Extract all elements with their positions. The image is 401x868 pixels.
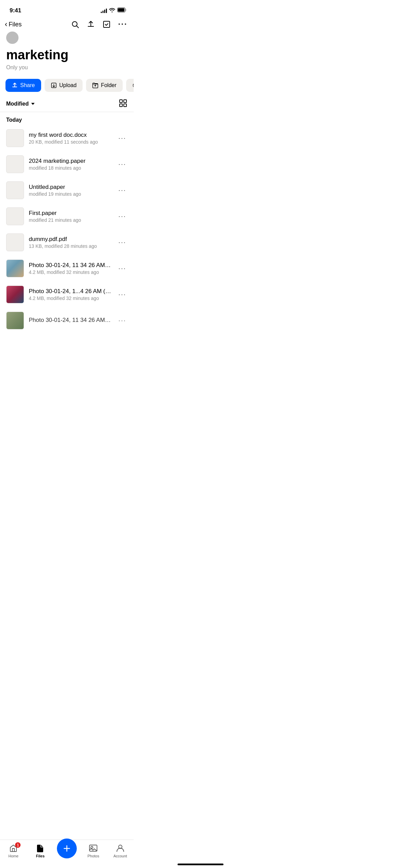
select-button[interactable] <box>102 20 111 28</box>
file-thumbnail <box>6 286 24 303</box>
file-info: 2024 marketing.paper modified 18 minutes… <box>29 158 112 171</box>
file-meta: 13 KB, modified 28 minutes ago <box>29 243 112 249</box>
list-item[interactable]: Photo 30-01-24, 1...4 26 AM (1) (1).png … <box>0 281 134 308</box>
nav-header: ‹ Files ··· <box>0 16 134 30</box>
file-info: Untitled.paper modified 19 minutes ago <box>29 184 112 197</box>
nav-actions: ··· <box>71 20 127 29</box>
upload-action-label: Upload <box>59 82 77 88</box>
folder-label: Folder <box>101 82 116 88</box>
file-more-button[interactable]: ··· <box>117 209 127 223</box>
file-info: First.paper modified 21 minutes ago <box>29 210 112 223</box>
grid-view-button[interactable] <box>119 99 127 109</box>
file-thumbnail <box>6 181 24 199</box>
file-meta: modified 18 minutes ago <box>29 165 112 171</box>
file-thumbnail <box>6 129 24 147</box>
svg-rect-4 <box>104 21 110 27</box>
file-name: my first word doc.docx <box>29 132 112 138</box>
share-label: Share <box>20 82 35 88</box>
file-thumbnail <box>6 207 24 225</box>
folder-subtitle: Only you <box>6 64 127 71</box>
file-meta: 4.2 MB, modified 32 minutes ago <box>29 269 112 275</box>
file-more-button[interactable]: ··· <box>117 183 127 197</box>
back-chevron: ‹ <box>5 21 7 28</box>
file-name: First.paper <box>29 210 112 217</box>
folder-title: marketing <box>6 48 127 62</box>
list-item[interactable]: First.paper modified 21 minutes ago ··· <box>0 203 134 229</box>
list-item[interactable]: my first word doc.docx 20 KB, modified 1… <box>0 125 134 151</box>
list-item[interactable]: Photo 30-01-24, 11 34 26 AM (1).png ··· <box>0 308 134 334</box>
file-info: dummy.pdf.pdf 13 KB, modified 28 minutes… <box>29 236 112 249</box>
list-item[interactable]: dummy.pdf.pdf 13 KB, modified 28 minutes… <box>0 229 134 255</box>
svg-rect-10 <box>124 104 126 107</box>
folder-title-section: marketing Only you <box>0 44 134 72</box>
file-more-button[interactable]: ··· <box>117 157 127 171</box>
svg-rect-8 <box>124 100 126 103</box>
file-more-button[interactable]: ··· <box>117 288 127 301</box>
battery-icon <box>117 8 127 14</box>
sort-label-text: Modified <box>6 101 29 107</box>
status-bar: 9:41 <box>0 0 134 16</box>
avatar <box>6 32 19 44</box>
file-more-button[interactable]: ··· <box>117 314 127 327</box>
file-info: my first word doc.docx 20 KB, modified 1… <box>29 132 112 145</box>
file-name: dummy.pdf.pdf <box>29 236 112 243</box>
action-buttons: Share Upload Folder Offlin... <box>0 72 134 96</box>
wifi-icon <box>109 8 115 14</box>
file-more-button[interactable]: ··· <box>117 236 127 249</box>
file-meta: 4.2 MB, modified 32 minutes ago <box>29 296 112 301</box>
file-name: 2024 marketing.paper <box>29 158 112 165</box>
list-item[interactable]: Untitled.paper modified 19 minutes ago ·… <box>0 177 134 203</box>
more-button[interactable]: ··· <box>118 20 127 29</box>
status-icons <box>101 8 127 14</box>
file-thumbnail <box>6 155 24 173</box>
file-name: Photo 30-01-24, 11 34 26 AM (2).png <box>29 262 112 269</box>
section-header-today: Today <box>0 112 134 125</box>
file-info: Photo 30-01-24, 1...4 26 AM (1) (1).png … <box>29 288 112 301</box>
file-info: Photo 30-01-24, 11 34 26 AM (2).png 4.2 … <box>29 262 112 275</box>
status-time: 9:41 <box>10 7 21 14</box>
file-more-button[interactable]: ··· <box>117 131 127 145</box>
file-thumbnail <box>6 312 24 329</box>
svg-rect-1 <box>118 8 124 12</box>
file-name: Photo 30-01-24, 1...4 26 AM (1) (1).png <box>29 288 112 295</box>
svg-rect-7 <box>120 100 122 103</box>
back-button[interactable]: ‹ Files <box>5 21 22 28</box>
file-meta: 20 KB, modified 11 seconds ago <box>29 139 112 145</box>
folder-button[interactable]: Folder <box>86 79 122 92</box>
svg-line-3 <box>76 26 78 28</box>
file-name: Photo 30-01-24, 11 34 26 AM (1).png <box>29 317 112 324</box>
list-item[interactable]: Photo 30-01-24, 11 34 26 AM (2).png 4.2 … <box>0 255 134 281</box>
file-thumbnail <box>6 260 24 277</box>
file-more-button[interactable]: ··· <box>117 262 127 275</box>
svg-rect-9 <box>120 104 122 107</box>
back-label: Files <box>9 21 22 28</box>
upload-button[interactable] <box>87 20 95 28</box>
search-button[interactable] <box>71 20 79 28</box>
offline-button[interactable]: Offlin... <box>126 79 134 92</box>
file-list: Today my first word doc.docx 20 KB, modi… <box>0 112 134 334</box>
file-meta: modified 19 minutes ago <box>29 191 112 197</box>
sort-button[interactable]: Modified <box>6 101 35 107</box>
file-info: Photo 30-01-24, 11 34 26 AM (1).png <box>29 317 112 324</box>
file-meta: modified 21 minutes ago <box>29 217 112 223</box>
list-item[interactable]: 2024 marketing.paper modified 18 minutes… <box>0 151 134 177</box>
svg-point-6 <box>133 83 134 88</box>
sort-bar: Modified <box>0 96 134 112</box>
share-button[interactable]: Share <box>5 79 41 92</box>
signal-icon <box>101 8 107 13</box>
upload-action-button[interactable]: Upload <box>45 79 83 92</box>
file-name: Untitled.paper <box>29 184 112 191</box>
avatar-area <box>0 30 134 44</box>
file-thumbnail <box>6 233 24 251</box>
